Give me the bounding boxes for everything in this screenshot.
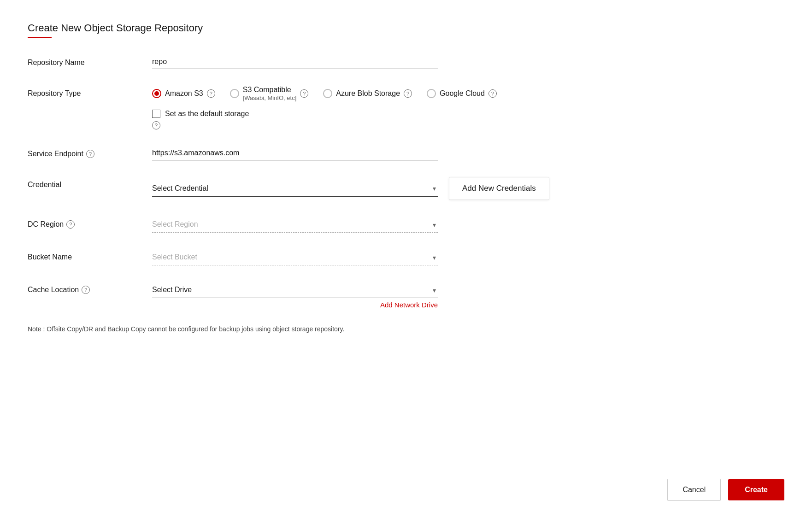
credential-label: Credential bbox=[28, 177, 152, 189]
credential-select-value: Select Credential bbox=[152, 184, 208, 193]
note-text: Note : Offsite Copy/DR and Backup Copy c… bbox=[28, 325, 442, 333]
default-storage-label: Set as the default storage bbox=[165, 110, 249, 118]
repository-type-radio-group: Amazon S3 ? S3 Compatible [Wasabi, MinIO… bbox=[152, 86, 784, 101]
repository-type-content: Amazon S3 ? S3 Compatible [Wasabi, MinIO… bbox=[152, 86, 784, 129]
service-endpoint-input[interactable] bbox=[152, 146, 438, 160]
radio-s3-compatible[interactable]: S3 Compatible [Wasabi, MinIO, etc] ? bbox=[230, 86, 309, 101]
radio-azure-blob[interactable]: Azure Blob Storage ? bbox=[323, 89, 412, 98]
radio-google-cloud[interactable]: Google Cloud ? bbox=[427, 89, 497, 98]
bucket-name-content: Select Bucket ▾ bbox=[152, 249, 784, 265]
radio-s3-compatible-sublabel: [Wasabi, MinIO, etc] bbox=[243, 94, 297, 101]
credential-input-row: Select Credential ▾ Add New Credentials bbox=[152, 177, 784, 200]
service-endpoint-row: Service Endpoint ? bbox=[28, 146, 784, 160]
repository-type-label: Repository Type bbox=[28, 86, 152, 98]
cache-location-content: Select Drive ▾ Add Network Drive bbox=[152, 282, 784, 309]
azure-blob-help-icon[interactable]: ? bbox=[404, 89, 412, 98]
footer-buttons: Cancel Create bbox=[667, 479, 784, 501]
cache-location-select-value: Select Drive bbox=[152, 286, 192, 294]
radio-amazon-s3-label: Amazon S3 bbox=[165, 89, 203, 98]
repository-type-row: Repository Type Amazon S3 ? S3 Compatibl… bbox=[28, 86, 784, 129]
radio-azure-blob-input[interactable] bbox=[323, 89, 332, 98]
cancel-button[interactable]: Cancel bbox=[667, 479, 721, 501]
add-credentials-button[interactable]: Add New Credentials bbox=[449, 177, 549, 200]
radio-google-cloud-label: Google Cloud bbox=[440, 89, 485, 98]
default-storage-help-icon[interactable]: ? bbox=[152, 121, 160, 129]
bucket-name-select-value: Select Bucket bbox=[152, 253, 197, 261]
cache-location-select[interactable]: Select Drive bbox=[152, 282, 438, 298]
cache-location-label: Cache Location ? bbox=[28, 282, 152, 294]
dc-region-select-wrapper: Select Region ▾ bbox=[152, 217, 438, 233]
amazon-s3-help-icon[interactable]: ? bbox=[207, 89, 215, 98]
dc-region-label: DC Region ? bbox=[28, 217, 152, 229]
radio-google-cloud-input[interactable] bbox=[427, 89, 436, 98]
dialog-container: Create New Object Storage Repository Rep… bbox=[0, 0, 812, 523]
service-endpoint-content bbox=[152, 146, 784, 160]
repository-name-input[interactable] bbox=[152, 55, 438, 69]
credential-select-wrapper: Select Credential ▾ bbox=[152, 181, 438, 197]
bucket-name-label: Bucket Name bbox=[28, 249, 152, 261]
cache-location-row: Cache Location ? Select Drive ▾ Add Netw… bbox=[28, 282, 784, 309]
dc-region-row: DC Region ? Select Region ▾ bbox=[28, 217, 784, 233]
radio-amazon-s3[interactable]: Amazon S3 ? bbox=[152, 89, 215, 98]
cache-location-help-icon[interactable]: ? bbox=[82, 286, 90, 294]
service-endpoint-label: Service Endpoint ? bbox=[28, 146, 152, 158]
default-storage-row: Set as the default storage bbox=[152, 110, 784, 118]
cache-location-select-wrapper: Select Drive ▾ bbox=[152, 282, 438, 298]
radio-s3-compatible-input[interactable] bbox=[230, 89, 239, 98]
default-storage-checkbox[interactable] bbox=[152, 110, 160, 118]
dc-region-help-icon[interactable]: ? bbox=[66, 220, 75, 229]
default-storage-help-row: ? bbox=[152, 121, 784, 129]
create-button[interactable]: Create bbox=[728, 479, 784, 500]
dc-region-content: Select Region ▾ bbox=[152, 217, 784, 233]
s3-compatible-help-icon[interactable]: ? bbox=[300, 89, 308, 98]
service-endpoint-help-icon[interactable]: ? bbox=[86, 150, 94, 158]
radio-amazon-s3-input[interactable] bbox=[152, 89, 161, 98]
dc-region-select[interactable]: Select Region bbox=[152, 217, 438, 233]
credential-select[interactable]: Select Credential bbox=[152, 181, 438, 197]
radio-azure-blob-label: Azure Blob Storage bbox=[336, 89, 400, 98]
repository-name-row: Repository Name bbox=[28, 55, 784, 69]
repository-name-label: Repository Name bbox=[28, 55, 152, 67]
add-network-drive-link[interactable]: Add Network Drive bbox=[380, 301, 438, 309]
add-network-drive-container: Add Network Drive bbox=[152, 301, 438, 309]
title-underline bbox=[28, 37, 52, 38]
google-cloud-help-icon[interactable]: ? bbox=[488, 89, 497, 98]
credential-row: Credential Select Credential ▾ Add New C… bbox=[28, 177, 784, 200]
bucket-name-row: Bucket Name Select Bucket ▾ bbox=[28, 249, 784, 265]
dialog-title: Create New Object Storage Repository bbox=[28, 22, 784, 34]
dc-region-select-value: Select Region bbox=[152, 220, 198, 229]
credential-content: Select Credential ▾ Add New Credentials bbox=[152, 177, 784, 200]
bucket-name-select-wrapper: Select Bucket ▾ bbox=[152, 249, 438, 265]
bucket-name-select[interactable]: Select Bucket bbox=[152, 249, 438, 265]
repository-name-content bbox=[152, 55, 784, 69]
radio-s3-compatible-label: S3 Compatible bbox=[243, 86, 297, 94]
